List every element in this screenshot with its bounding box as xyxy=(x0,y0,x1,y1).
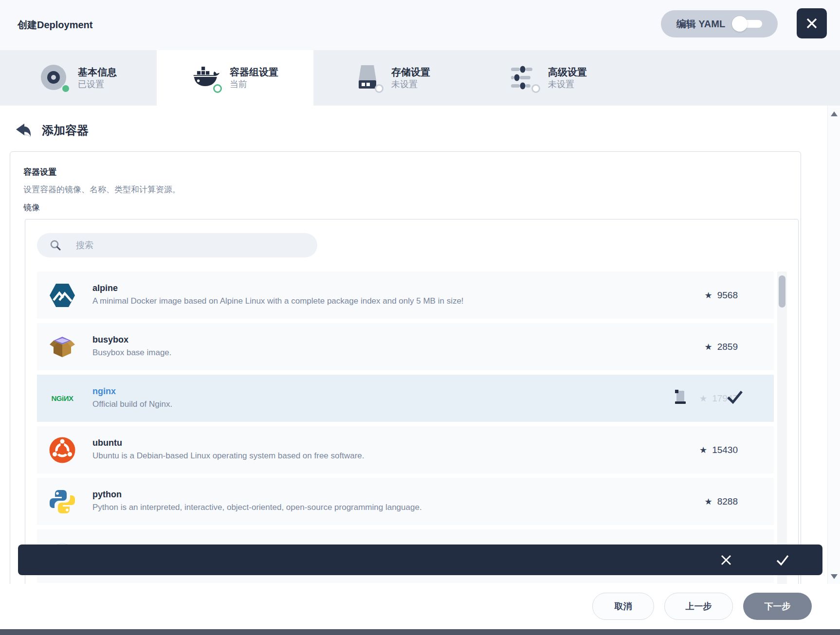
tab-basic-info[interactable]: 基本信息 已设置 xyxy=(0,50,157,106)
create-deployment-modal: 创建Deployment 编辑 YAML 基本信息 xyxy=(0,0,840,635)
container-settings-subtitle: 设置容器的镜像、名称、类型和计算资源。 xyxy=(23,184,181,195)
python-logo-icon xyxy=(49,489,75,515)
image-meta: ★ 8288 xyxy=(705,478,738,525)
container-settings-panel: 容器设置 设置容器的镜像、名称、类型和计算资源。 镜像 alpine A min… xyxy=(10,151,801,589)
image-meta: ★ 15430 xyxy=(699,426,738,473)
cancel-x-icon xyxy=(720,554,732,566)
scroll-cursor-icon xyxy=(673,390,687,407)
image-logo-icon xyxy=(49,488,76,515)
image-name: busybox xyxy=(92,335,172,344)
tab-label: 高级设置 xyxy=(548,67,587,77)
edit-yaml-label: 编辑 YAML xyxy=(676,18,725,31)
search-icon xyxy=(50,239,61,251)
image-search xyxy=(37,233,317,257)
star-count: 8288 xyxy=(717,497,738,506)
step-current-badge xyxy=(213,84,222,93)
yaml-toggle-switch[interactable] xyxy=(738,20,762,28)
star-rating: ★ 15430 xyxy=(699,445,738,454)
basic-info-icon xyxy=(40,64,68,92)
page-title: 添加容器 xyxy=(42,123,89,138)
image-name: ubuntu xyxy=(92,438,365,447)
tab-status: 未设置 xyxy=(548,80,587,89)
previous-step-button[interactable]: 上一步 xyxy=(664,593,733,620)
step-pending-badge xyxy=(531,84,540,93)
tab-container-settings[interactable]: 容器组设置 当前 xyxy=(157,50,313,106)
image-field-label: 镜像 xyxy=(23,202,40,213)
star-icon: ★ xyxy=(705,497,712,506)
modal-header: 创建Deployment 编辑 YAML xyxy=(0,0,840,51)
image-description: Official build of Nginx. xyxy=(92,399,172,409)
star-rating: ★ 9568 xyxy=(705,290,738,300)
modal-footer: 取消 上一步 下一步 xyxy=(0,584,840,629)
tab-label: 基本信息 xyxy=(78,67,117,77)
add-container-header: 添加容器 xyxy=(15,123,89,138)
selected-check-icon xyxy=(726,389,744,406)
image-name: alpine xyxy=(92,284,464,292)
image-list-item[interactable]: ubuntu Ubuntu is a Debian-based Linux op… xyxy=(37,426,774,473)
tab-advanced-settings[interactable]: 高级设置 未设置 xyxy=(470,50,627,106)
nginx-logo-icon: NGiИX xyxy=(52,394,73,402)
tab-storage-settings[interactable]: 存储设置 未设置 xyxy=(313,50,470,106)
modal-title: 创建Deployment xyxy=(18,0,92,50)
ubuntu-logo-icon xyxy=(49,437,75,463)
star-rating: ★ 2859 xyxy=(705,342,738,351)
busybox-logo-icon xyxy=(49,334,75,360)
cancel-button[interactable]: 取消 xyxy=(592,593,654,620)
image-logo-icon xyxy=(49,282,76,309)
star-icon: ★ xyxy=(705,343,712,351)
docker-whale-icon xyxy=(192,64,220,92)
image-logo-icon xyxy=(49,333,76,361)
image-list-scrollbar[interactable] xyxy=(777,272,787,587)
discard-selection-button[interactable] xyxy=(716,550,736,570)
tab-status: 未设置 xyxy=(391,80,430,89)
step-pending-badge xyxy=(375,84,383,93)
confirm-selection-button[interactable] xyxy=(773,550,792,570)
image-meta: ★ 2859 xyxy=(705,323,738,370)
image-meta: ★ 9568 xyxy=(705,272,738,319)
scrollbar-thumb[interactable] xyxy=(779,275,785,308)
image-list: alpine A minimal Docker image based on A… xyxy=(37,272,774,583)
image-meta: ★ 17947 xyxy=(673,375,738,422)
page-background-strip xyxy=(0,629,840,635)
tab-status: 已设置 xyxy=(78,80,117,89)
edit-yaml-toggle-button[interactable]: 编辑 YAML xyxy=(661,10,778,37)
image-list-item[interactable]: busybox Busybox base image. ★ 2859 xyxy=(37,323,774,370)
star-count: 2859 xyxy=(717,342,738,351)
image-description: Ubuntu is a Debian-based Linux operating… xyxy=(92,451,365,461)
star-count: 15430 xyxy=(712,445,738,454)
selection-action-bar xyxy=(18,544,822,575)
image-list-item[interactable]: python Python is an interpreted, interac… xyxy=(37,478,774,525)
search-input[interactable] xyxy=(75,240,291,251)
close-icon xyxy=(804,16,819,31)
star-rating: ★ 8288 xyxy=(705,497,738,506)
tab-status: 当前 xyxy=(230,80,278,89)
step-done-badge xyxy=(61,84,70,93)
image-logo-icon xyxy=(49,436,76,464)
image-name: python xyxy=(92,490,422,499)
image-selector: alpine A minimal Docker image based on A… xyxy=(25,219,799,587)
image-logo-icon: NGiИX xyxy=(49,385,76,412)
image-description: A minimal Docker image based on Alpine L… xyxy=(92,296,464,306)
scroll-down-icon[interactable] xyxy=(831,574,838,579)
image-list-item[interactable]: NGiИX nginx Official build of Nginx. ★ 1… xyxy=(37,375,774,422)
alpine-logo-icon xyxy=(49,282,75,308)
image-name: nginx xyxy=(92,387,172,396)
star-count: 9568 xyxy=(717,290,738,300)
next-step-button[interactable]: 下一步 xyxy=(743,593,812,620)
sliders-icon xyxy=(510,64,538,92)
close-button[interactable] xyxy=(797,8,827,38)
image-list-item[interactable]: alpine A minimal Docker image based on A… xyxy=(37,272,774,319)
image-description: Busybox base image. xyxy=(92,348,172,358)
toggle-knob-icon xyxy=(732,16,748,32)
image-description: Python is an interpreted, interactive, o… xyxy=(92,503,422,512)
star-icon: ★ xyxy=(705,291,712,300)
star-icon: ★ xyxy=(699,394,707,403)
wizard-steps: 基本信息 已设置 容器组设置 当前 xyxy=(0,50,840,106)
back-arrow-icon[interactable] xyxy=(15,123,31,138)
modal-scrollbar[interactable] xyxy=(827,106,840,584)
confirm-check-icon xyxy=(776,554,789,566)
star-icon: ★ xyxy=(699,446,707,454)
scroll-up-icon[interactable] xyxy=(831,111,838,116)
tab-label: 容器组设置 xyxy=(230,67,278,77)
tab-label: 存储设置 xyxy=(391,67,430,77)
